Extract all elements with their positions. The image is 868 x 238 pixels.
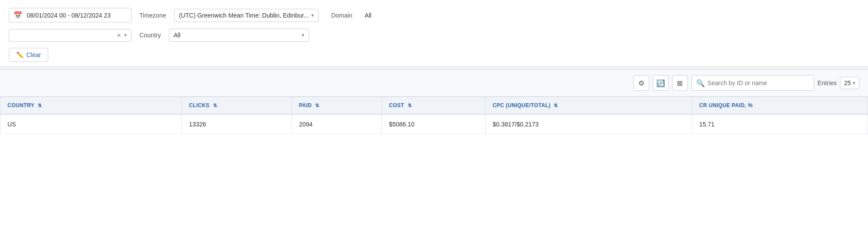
col-header-cr[interactable]: CR UNIQUE PAID, % [692, 97, 868, 115]
sort-icon-paid: ⇅ [315, 103, 319, 108]
cell-country: US [0, 114, 182, 134]
col-header-cpc[interactable]: CPC (UNIQUE/TOTAL) ⇅ [485, 97, 692, 115]
action-row: ✏️ Clear [9, 48, 859, 62]
sort-icon-country: ⇅ [38, 103, 42, 108]
domain-label: Domain [331, 12, 352, 19]
table-toolbar: ⚙ 🔃 ⊠ 🔍 Entries 25 ▾ [0, 70, 868, 97]
date-range-value: 08/01/2024 00 - 08/12/2024 23 [27, 12, 111, 19]
timezone-label: Timezone [139, 12, 166, 19]
timezone-select[interactable]: (UTC) Greenwich Mean Time: Dublin, Edinb… [174, 9, 319, 22]
entries-value: 25 [844, 79, 851, 87]
table-row: US133262094$5086.10$0.3817/$0.217315.71 [0, 114, 868, 134]
table-header-row: COUNTRY ⇅ CLICKS ⇅ PAID ⇅ COST ⇅ CPC (UN… [0, 97, 868, 115]
tag-select[interactable]: ✕ ▾ [9, 29, 132, 42]
cell-cost: $5086.10 [382, 114, 486, 134]
tag-clear-icon[interactable]: ✕ [117, 32, 121, 39]
col-header-clicks[interactable]: CLICKS ⇅ [182, 97, 292, 115]
sort-icon-cost: ⇅ [408, 103, 412, 108]
col-header-cost[interactable]: COST ⇅ [382, 97, 486, 115]
data-table: COUNTRY ⇅ CLICKS ⇅ PAID ⇅ COST ⇅ CPC (UN… [0, 97, 868, 134]
cell-cpc: $0.3817/$0.2173 [485, 114, 692, 134]
top-section: 📅 08/01/2024 00 - 08/12/2024 23 Timezone… [0, 0, 868, 66]
date-range-input[interactable]: 📅 08/01/2024 00 - 08/12/2024 23 [9, 8, 132, 22]
calendar-icon: 📅 [14, 11, 22, 19]
timezone-chevron-icon: ▾ [311, 12, 314, 18]
settings-button[interactable]: ⚙ [633, 75, 649, 91]
cell-clicks: 13326 [182, 114, 292, 134]
tag-chevron-icon: ▾ [124, 32, 127, 38]
entries-select[interactable]: 25 ▾ [840, 77, 859, 89]
country-value: All [174, 32, 181, 39]
entries-label: Entries [818, 79, 837, 87]
country-select[interactable]: All ▾ [169, 29, 309, 42]
col-header-paid[interactable]: PAID ⇅ [292, 97, 381, 115]
clear-label: Clear [26, 51, 41, 58]
gear-icon: ⚙ [638, 79, 644, 87]
search-icon: 🔍 [696, 79, 705, 87]
section-divider [0, 66, 868, 70]
timezone-value: (UTC) Greenwich Mean Time: Dublin, Edinb… [179, 12, 309, 19]
sort-icon-clicks: ⇅ [213, 103, 217, 108]
refresh-button[interactable]: 🔃 [653, 75, 669, 91]
cell-cr: 15.71 [692, 114, 868, 134]
clear-button[interactable]: ✏️ Clear [9, 48, 48, 62]
export-button[interactable]: ⊠ [672, 75, 688, 91]
pencil-icon: ✏️ [16, 51, 24, 58]
export-icon: ⊠ [677, 79, 683, 87]
col-header-country[interactable]: COUNTRY ⇅ [0, 97, 182, 115]
search-wrapper: 🔍 [691, 75, 814, 91]
country-chevron-icon: ▾ [302, 32, 304, 38]
cell-paid: 2094 [292, 114, 381, 134]
search-input[interactable] [708, 79, 809, 87]
sort-icon-cpc: ⇅ [554, 103, 558, 108]
table-section: ⚙ 🔃 ⊠ 🔍 Entries 25 ▾ COUNTRY ⇅ [0, 70, 868, 134]
country-label: Country [139, 32, 161, 39]
filter-row-2: ✕ ▾ Country All ▾ [9, 29, 859, 42]
domain-value: All [365, 12, 400, 19]
refresh-icon: 🔃 [656, 79, 665, 87]
entries-chevron-icon: ▾ [853, 80, 855, 86]
filter-row-1: 📅 08/01/2024 00 - 08/12/2024 23 Timezone… [9, 8, 859, 22]
